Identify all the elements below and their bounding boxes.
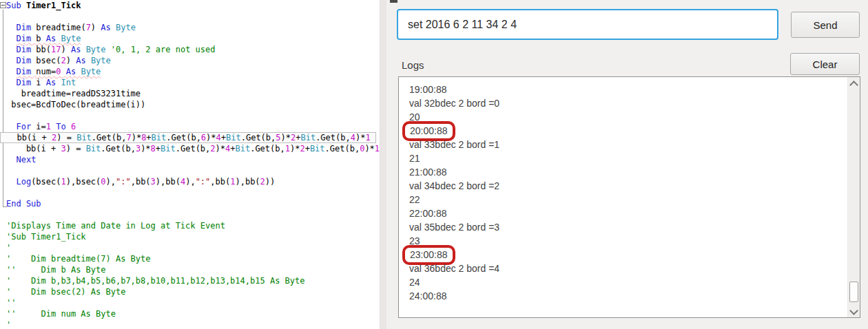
code-token (56, 34, 61, 43)
code-token: Bit (86, 144, 101, 153)
code-token: )* (132, 133, 141, 142)
command-input[interactable] (397, 9, 778, 40)
code-line[interactable]: ' Dim b,b3,b4,b5,b6,b7,b8,b10,b11,b12,b1… (0, 275, 380, 286)
log-content: 19:00:88val 32bdec 2 bord =02020:00:88va… (409, 83, 845, 303)
code-line[interactable]: End Sub (0, 198, 380, 209)
code-line[interactable] (0, 110, 380, 121)
code-line[interactable] (0, 209, 380, 220)
code-token: bb(i + (6, 144, 61, 153)
code-token: 2 (260, 177, 265, 187)
code-token: ,bb( (131, 177, 151, 187)
code-token: bsec( (31, 56, 61, 65)
code-lines: Sub Timer1_Tick Dim breadtime(7) As Byte… (0, 0, 380, 329)
code-token: Int (61, 78, 76, 87)
code-token: ),bsec( (66, 177, 101, 187)
code-line[interactable]: 'Sub Timer1_Tick (0, 231, 380, 242)
send-button[interactable]: Send (791, 12, 860, 38)
log-scrollbar[interactable] (847, 77, 860, 317)
code-line[interactable] (0, 165, 380, 176)
code-token: Log (16, 177, 31, 187)
scrollbar-up-icon[interactable] (849, 81, 858, 89)
clear-button[interactable]: Clear (790, 53, 860, 75)
code-token: End Sub (6, 199, 41, 209)
code-token: As (46, 34, 56, 43)
code-line[interactable]: For i=1 To 6 (0, 121, 380, 132)
log-line: 22:00:88 (409, 206, 845, 220)
log-line: val 35bdec 2 bord =3 (409, 220, 845, 234)
code-token: Bit (300, 133, 316, 142)
code-line[interactable]: Log(bsec(1),bsec(0),":",bb(3),bb(4),":",… (0, 176, 380, 187)
code-token: .Get(b, (101, 144, 136, 153)
code-token: )* (206, 133, 216, 142)
code-line[interactable]: 'Displays Time and Date in Log at Tick E… (0, 220, 380, 231)
log-line: val 32bdec 2 bord =0 (409, 96, 845, 110)
code-token: bb( (31, 45, 51, 54)
code-token (6, 122, 16, 131)
code-token: 3 (151, 177, 156, 187)
code-token: Bit (76, 133, 92, 142)
log-output-box[interactable]: 19:00:88val 32bdec 2 bord =02020:00:88va… (398, 76, 860, 318)
code-line[interactable]: Dim breadtime(7) As Byte (0, 22, 380, 33)
log-line: 21 (409, 151, 845, 165)
code-token: 3 (61, 144, 65, 153)
code-token (21, 1, 26, 10)
code-editor-panel[interactable]: Sub Timer1_Tick Dim breadtime(7) As Byte… (0, 0, 380, 329)
code-token: (bsec( (31, 177, 61, 187)
code-token: )* (281, 133, 291, 142)
code-token: )* (290, 144, 300, 153)
log-line: val 34bdec 2 bord =2 (409, 179, 845, 193)
code-line[interactable] (0, 11, 380, 22)
code-token: ' (6, 320, 11, 329)
code-line[interactable]: '' Dim num As Byte (0, 308, 380, 319)
code-token: Dim (16, 78, 31, 87)
code-token: For (16, 122, 31, 131)
code-token (86, 56, 91, 65)
code-token: Next (16, 155, 36, 164)
code-token: '0, 1, 2 are not used (111, 45, 216, 54)
code-token: 1 (285, 144, 290, 153)
code-token: i (31, 78, 46, 87)
code-line[interactable]: Dim b As Byte (0, 33, 380, 44)
code-line[interactable]: ' (0, 319, 380, 329)
code-token: 6 (71, 122, 76, 131)
code-token (6, 67, 16, 76)
code-line[interactable]: ' Dim breadtime(7) As Byte (0, 253, 380, 264)
code-token: '' Dim b As Byte (6, 265, 106, 275)
code-line[interactable]: bsec=BcdToDec(breadtime(i)) (0, 99, 380, 110)
code-token (6, 177, 16, 187)
scrollbar-thumb[interactable] (849, 282, 858, 302)
code-line[interactable]: Dim i As Int (0, 77, 380, 88)
scrollbar-down-icon[interactable] (849, 306, 858, 315)
code-token: 0 (56, 67, 61, 76)
code-line[interactable]: bb(i + 3) = Bit.Get(b,3)*8+Bit.Get(b,2)*… (0, 143, 380, 154)
code-token: ) = (56, 133, 76, 142)
code-token: ), (106, 177, 116, 187)
code-line[interactable]: ' Dim bsec(2) As Byte (0, 286, 380, 297)
code-line[interactable]: Dim num=0 As Byte (0, 66, 380, 77)
code-token: Timer1_Tick (26, 1, 81, 10)
code-line[interactable]: '' Dim b As Byte (0, 264, 380, 275)
code-token: As (101, 23, 110, 32)
code-token: ) (66, 56, 76, 65)
code-line[interactable]: Dim bsec(2) As Byte (0, 55, 380, 66)
code-token: Byte (91, 56, 111, 65)
code-line[interactable]: Next (0, 154, 380, 165)
code-line[interactable]: Dim bb(17) As Byte '0, 1, 2 are not used (0, 44, 380, 55)
code-line[interactable]: ' (0, 242, 380, 253)
code-token: b (31, 34, 46, 43)
log-line: 19:00:88 (409, 83, 845, 96)
code-token: Sub (6, 1, 21, 10)
log-line: 23:00:88 (409, 248, 845, 262)
code-token: ),bb( (156, 177, 180, 187)
code-line[interactable]: '' (0, 297, 380, 308)
log-line: 20 (409, 110, 845, 124)
code-token: ' (6, 243, 11, 253)
code-token: Bit (152, 133, 167, 142)
code-token: 1 (375, 144, 380, 153)
code-line[interactable]: breadtime=readDS3231time (0, 88, 380, 99)
code-line[interactable] (0, 187, 380, 198)
code-line[interactable]: Sub Timer1_Tick (0, 0, 380, 11)
code-token: 2 (61, 56, 66, 65)
log-line: 20:00:88 (409, 124, 845, 138)
code-line-current[interactable]: bb(i + 2) = Bit.Get(b,7)*8+Bit.Get(b,6)*… (0, 132, 376, 143)
